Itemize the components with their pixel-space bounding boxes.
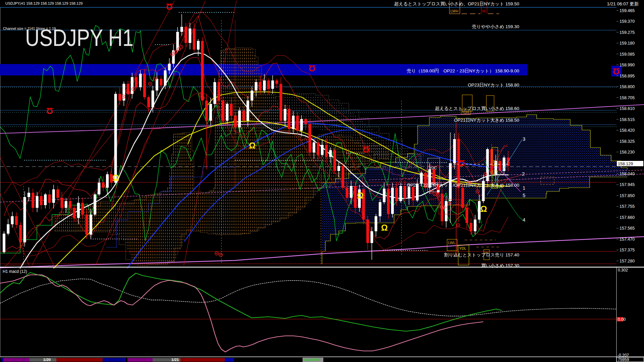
svg-text:159.370: 159.370 bbox=[620, 19, 635, 24]
svg-text:M: M bbox=[482, 9, 485, 13]
svg-text:2: 2 bbox=[522, 171, 525, 177]
svg-text:Ω: Ω bbox=[480, 204, 487, 214]
svg-text:1/21 06:07 更新: 1/21 06:07 更新 bbox=[607, 1, 639, 6]
svg-text:超えるとストップロス買い小さめ、OP21日NYカット 159: 超えるとストップロス買い小さめ、OP21日NYカット 159.50 bbox=[394, 1, 519, 6]
svg-text:158.515: 158.515 bbox=[620, 117, 635, 122]
svg-text:売りやや小さめ 159.30: 売りやや小さめ 159.30 bbox=[472, 24, 519, 29]
svg-text:Ω: Ω bbox=[381, 223, 388, 232]
svg-text:Ω: Ω bbox=[363, 145, 369, 154]
svg-text:Ω: Ω bbox=[458, 159, 465, 168]
svg-text:YDL: YDL bbox=[459, 246, 466, 250]
svg-text:157.565: 157.565 bbox=[620, 226, 635, 231]
svg-text:158.129: 158.129 bbox=[618, 162, 633, 166]
svg-text:157.850: 157.850 bbox=[620, 193, 635, 198]
svg-text:1/21: 1/21 bbox=[171, 358, 179, 362]
svg-text:158.895: 158.895 bbox=[620, 74, 635, 78]
svg-text:-0.207: -0.207 bbox=[618, 353, 629, 358]
svg-text:157.280: 157.280 bbox=[620, 259, 635, 263]
svg-text:LWL: LWL bbox=[448, 241, 455, 245]
svg-text:158.800: 158.800 bbox=[620, 84, 635, 89]
svg-text:Ω: Ω bbox=[112, 173, 119, 182]
svg-text:Ω: Ω bbox=[613, 67, 620, 76]
svg-text:売り（159.00円 OP22・23日NYカット） 158.: 売り（159.00円 OP22・23日NYカット） 158.90-9.00 bbox=[407, 68, 519, 73]
svg-text:Ω: Ω bbox=[309, 64, 315, 73]
svg-text:OP23日NYカット 158.80: OP23日NYカット 158.80 bbox=[468, 82, 519, 87]
svg-text:D: D bbox=[493, 160, 496, 164]
svg-text:USDJPY,H1 158.129 158.129 158: USDJPY,H1 158.129 158.129 158.129 158.12… bbox=[5, 1, 83, 5]
svg-text:LMH: LMH bbox=[440, 205, 448, 209]
svg-text:159.275: 159.275 bbox=[620, 30, 635, 35]
svg-text:157.375: 157.375 bbox=[620, 248, 635, 252]
svg-text:158.420: 158.420 bbox=[620, 128, 635, 133]
svg-text:D: D bbox=[493, 172, 496, 177]
svg-text:75959: 75959 bbox=[618, 357, 629, 362]
svg-text:157.660: 157.660 bbox=[620, 215, 635, 220]
svg-text:159.180: 159.180 bbox=[620, 41, 635, 46]
svg-text:0.00: 0.00 bbox=[618, 317, 626, 322]
svg-text:157.470: 157.470 bbox=[620, 237, 635, 242]
svg-text:1/20: 1/20 bbox=[43, 358, 51, 362]
svg-text:H1 macd (12): H1 macd (12) bbox=[3, 269, 27, 274]
svg-text:Ω: Ω bbox=[249, 141, 256, 150]
svg-text:YDH: YDH bbox=[462, 111, 469, 114]
svg-text:158.325: 158.325 bbox=[620, 139, 635, 144]
svg-text:macd ON: macd ON bbox=[304, 358, 320, 362]
svg-text:157.945: 157.945 bbox=[620, 182, 635, 187]
svg-text:割り込むとストップロス売り 157.40: 割り込むとストップロス売り 157.40 bbox=[444, 252, 519, 257]
svg-text:1: 1 bbox=[523, 185, 525, 191]
svg-text:158.990: 158.990 bbox=[620, 63, 635, 67]
svg-text:0.302: 0.302 bbox=[618, 268, 628, 273]
svg-text:158.230: 158.230 bbox=[620, 150, 635, 155]
svg-text:158.705: 158.705 bbox=[620, 96, 635, 100]
svg-text:Ω: Ω bbox=[166, 2, 173, 11]
svg-text:USDJPY H1: USDJPY H1 bbox=[25, 25, 133, 51]
svg-text:158.610: 158.610 bbox=[620, 106, 635, 111]
svg-text:OP21・22日NYカット/OP21日NYカット大きめ 15: OP21・22日NYカット/OP21日NYカット大きめ 158.00 bbox=[407, 183, 519, 188]
svg-text:158.040: 158.040 bbox=[620, 172, 635, 176]
svg-text:159.465: 159.465 bbox=[620, 8, 635, 13]
svg-text:Ω: Ω bbox=[46, 106, 53, 116]
svg-text:OP21日NYカット大きめ 158.50: OP21日NYカット大きめ 158.50 bbox=[454, 118, 519, 123]
svg-text:超えるとストップロス買い小さめ 158.60: 超えるとストップロス買い小さめ 158.60 bbox=[435, 106, 519, 111]
svg-text:LWH: LWH bbox=[450, 9, 459, 13]
svg-text:YDC: YDC bbox=[429, 166, 437, 170]
svg-text:3: 3 bbox=[523, 136, 525, 142]
svg-text:Ω: Ω bbox=[357, 191, 364, 200]
svg-text:159.085: 159.085 bbox=[620, 52, 635, 57]
svg-text:157.755: 157.755 bbox=[620, 204, 635, 209]
svg-text:5: 5 bbox=[523, 192, 525, 198]
svg-text:4: 4 bbox=[523, 217, 525, 223]
